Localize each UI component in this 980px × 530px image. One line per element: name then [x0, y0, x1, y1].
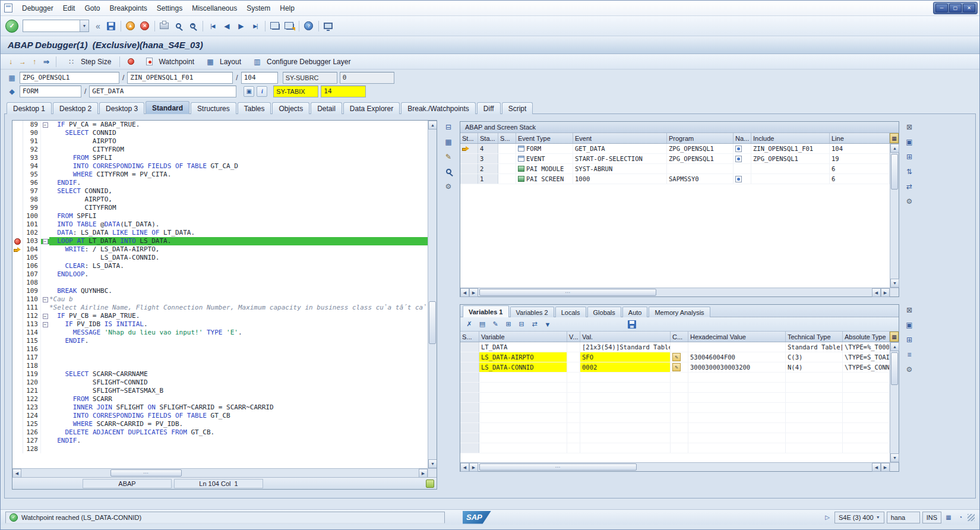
code-margin[interactable]: [12, 187, 23, 195]
status-message-field[interactable]: ✓ Watchpoint reached (LS_DATA-CONNID): [5, 512, 445, 523]
variables-column-header[interactable]: Val.: [580, 332, 671, 342]
code-margin[interactable]: [12, 403, 23, 412]
button-step-size[interactable]: ∷Step Size: [61, 54, 115, 70]
code-line[interactable]: 92 CITYFROM: [12, 146, 428, 154]
code-margin[interactable]: [12, 220, 23, 229]
button-watchpoint[interactable]: Watchpoint: [138, 54, 198, 70]
last-page-icon[interactable]: ▶|: [249, 20, 262, 33]
display-icon[interactable]: [735, 146, 742, 152]
code-margin[interactable]: [12, 245, 23, 254]
variable-row[interactable]: LT_DATA[21x3(54)]Standard TableStandard …: [460, 342, 890, 352]
code-margin[interactable]: [12, 154, 23, 162]
code-line[interactable]: 128: [12, 445, 428, 453]
scroll-left-icon[interactable]: ◀: [872, 463, 881, 472]
tab-detail[interactable]: Detail: [311, 102, 342, 114]
insert-row-icon[interactable]: ⊞: [503, 319, 514, 330]
scroll-up-icon[interactable]: ▲: [890, 144, 899, 153]
variable-cell-name[interactable]: [479, 413, 567, 422]
stack-column-header[interactable]: Na...: [734, 133, 751, 143]
variable-row[interactable]: [460, 373, 890, 383]
variables-column-header[interactable]: V...: [567, 332, 580, 342]
first-page-icon[interactable]: |◀: [206, 20, 219, 33]
variable-row[interactable]: LS_DATA-AIRPTOSFO✎530046004F00C(3)\TYPE=…: [460, 352, 890, 362]
code-line[interactable]: 96 ENDIF.: [12, 179, 428, 187]
code-margin[interactable]: [12, 129, 23, 137]
code-margin[interactable]: [12, 345, 23, 354]
variable-cell-value[interactable]: [580, 443, 671, 453]
variable-row[interactable]: [460, 393, 890, 403]
code-margin[interactable]: [12, 420, 23, 428]
current-statement-button[interactable]: ▣: [244, 86, 254, 97]
tab-variables-1[interactable]: Variables 1: [463, 305, 509, 317]
scroll-down-icon[interactable]: ▼: [428, 459, 437, 468]
variable-row[interactable]: [460, 423, 890, 433]
code-margin[interactable]: [12, 370, 23, 378]
code-line[interactable]: 93 FROM SPFLI: [12, 154, 428, 162]
tab-tables[interactable]: Tables: [238, 102, 271, 114]
tab-diff[interactable]: Diff: [477, 102, 501, 114]
code-margin[interactable]: [12, 329, 23, 337]
code-margin[interactable]: [12, 195, 23, 204]
code-margin[interactable]: [12, 229, 23, 237]
tab-objects[interactable]: Objects: [272, 102, 309, 114]
new-tool-icon[interactable]: ⊞: [904, 334, 915, 345]
variables-column-header[interactable]: Technical Type: [786, 332, 843, 342]
find-icon[interactable]: [172, 20, 185, 33]
command-input[interactable]: [23, 20, 80, 31]
fold-toggle-icon[interactable]: −: [43, 314, 48, 319]
stack-column-header[interactable]: St...: [460, 133, 478, 143]
stack-row[interactable]: 1PAI SCREEN1000SAPMSSY06: [460, 174, 890, 184]
code-line[interactable]: 119 SELECT SCARR~CARRNAME: [12, 370, 428, 378]
search-icon[interactable]: [443, 166, 454, 177]
code-horizontal-scrollbar[interactable]: ◀ ⋯ ▶: [12, 468, 437, 477]
code-margin[interactable]: [12, 212, 23, 220]
variables-vertical-scrollbar[interactable]: ▲ ▼: [890, 342, 899, 462]
system-field[interactable]: S4E (3) 400 ▼: [834, 512, 884, 523]
stack-vertical-scrollbar[interactable]: ▲ ▼: [890, 144, 899, 288]
code-line[interactable]: 102 DATA: LS_DATA LIKE LINE OF LT_DATA.: [12, 229, 428, 237]
menu-edit[interactable]: Edit: [58, 2, 80, 14]
step-return-icon[interactable]: ↑: [29, 56, 40, 67]
resize-grip[interactable]: [968, 514, 975, 521]
tab-desktop-3[interactable]: Desktop 3: [99, 102, 144, 114]
code-line[interactable]: 112− IF PV_CB = ABAP_TRUE.: [12, 312, 428, 320]
variable-cell-value[interactable]: [580, 423, 671, 433]
services-icon[interactable]: ⚙: [904, 195, 915, 207]
code-margin[interactable]: [12, 121, 23, 129]
insert-mode-field[interactable]: INS: [922, 512, 941, 523]
swap-columns-icon[interactable]: ⇄: [529, 319, 540, 330]
code-line[interactable]: 90 SELECT CONNID: [12, 129, 428, 137]
delete-all-variables-icon[interactable]: ✗: [464, 319, 475, 330]
tab-desktop-2[interactable]: Desktop 2: [53, 102, 98, 114]
menu-goto[interactable]: Goto: [80, 2, 105, 14]
button-configure-debugger-layer[interactable]: ▥Configure Debugger Layer: [246, 54, 355, 70]
variable-cell-name[interactable]: [479, 393, 567, 402]
display-table-icon[interactable]: ▤: [477, 319, 488, 330]
code-line[interactable]: 97 SELECT CONNID,: [12, 187, 428, 195]
scroll-right-icon[interactable]: ▶: [469, 288, 478, 297]
code-margin[interactable]: [12, 412, 23, 420]
code-line[interactable]: 124 INTO CORRESPONDING FIELDS OF TABLE G…: [12, 412, 428, 420]
stack-column-header[interactable]: S...: [498, 133, 516, 143]
change-value-icon[interactable]: ✎: [672, 353, 681, 361]
layers-icon[interactable]: ▥: [251, 55, 264, 68]
code-line[interactable]: 89− IF PV_CA = ABAP_TRUE.: [12, 121, 428, 129]
code-margin[interactable]: [12, 287, 23, 295]
tab-locals[interactable]: Locals: [555, 307, 586, 317]
tab-data-explorer[interactable]: Data Explorer: [343, 102, 400, 114]
find-next-icon[interactable]: [186, 20, 200, 33]
create-shortcut-icon[interactable]: [283, 20, 296, 33]
tab-standard[interactable]: Standard: [146, 101, 189, 114]
next-page-icon[interactable]: ▶: [235, 20, 248, 33]
code-margin[interactable]: [12, 146, 23, 154]
step-size-icon[interactable]: ∷: [65, 55, 78, 68]
variables-column-header[interactable]: C...: [671, 332, 688, 342]
code-margin[interactable]: [12, 270, 23, 279]
code-line[interactable]: 121 SFLIGHT~SEATSMAX_B: [12, 387, 428, 395]
code-line[interactable]: 111*Select Airline Name, Flight Connecti…: [12, 304, 428, 312]
variable-cell-value[interactable]: [580, 413, 671, 422]
command-dropdown-icon[interactable]: ▼: [80, 20, 88, 31]
variable-row[interactable]: [460, 433, 890, 443]
variable-cell-value[interactable]: [580, 393, 671, 402]
code-line[interactable]: 99 CITYFROM: [12, 204, 428, 212]
